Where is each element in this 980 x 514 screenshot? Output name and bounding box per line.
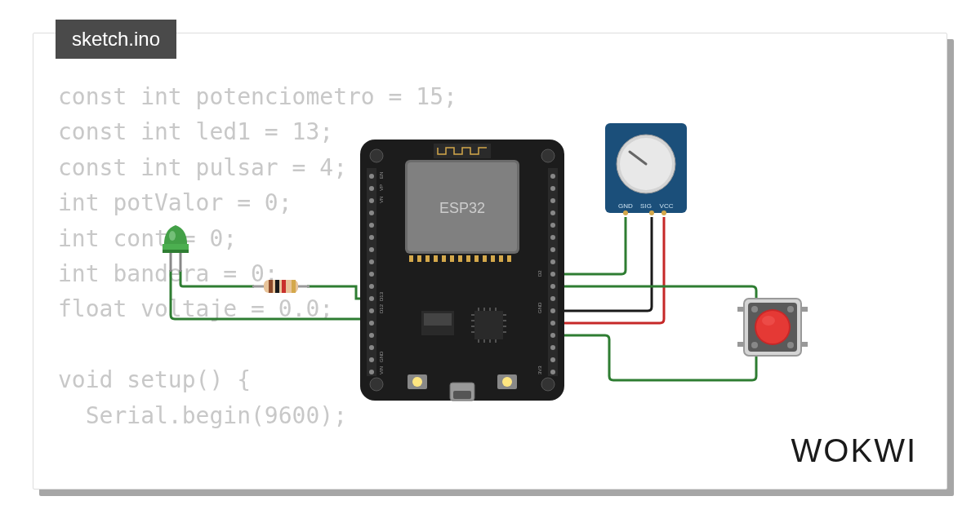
wire-pot-gnd [555,217,652,311]
wire-button-top [555,286,756,301]
svg-point-24 [550,174,555,179]
svg-point-113 [649,210,654,215]
svg-point-34 [550,296,555,301]
svg-rect-115 [744,299,801,356]
wire-button-bottom [555,335,756,380]
svg-text:3V3: 3V3 [537,366,542,374]
svg-point-112 [623,210,628,215]
svg-point-40 [550,370,555,374]
potentiometer-icon: GND SIG VCC [605,123,687,215]
svg-point-27 [550,210,555,215]
svg-rect-50 [458,255,462,262]
svg-rect-6 [548,168,558,376]
svg-rect-124 [737,307,744,312]
pins-right [548,168,558,376]
svg-point-120 [787,342,794,348]
svg-point-91 [502,377,512,387]
svg-point-119 [751,342,758,348]
svg-point-26 [550,198,555,203]
svg-text:D2: D2 [537,270,542,277]
svg-point-33 [550,284,555,289]
svg-point-4 [541,378,555,391]
svg-rect-53 [483,255,487,262]
svg-rect-125 [737,342,744,347]
svg-point-38 [550,345,555,350]
svg-rect-54 [491,255,495,262]
svg-point-30 [550,247,555,252]
svg-point-117 [751,306,758,312]
svg-rect-51 [466,255,470,262]
wire-pot-vcc [555,217,626,274]
svg-line-108 [630,152,646,164]
svg-text:GND: GND [618,202,633,210]
svg-point-123 [762,316,775,326]
svg-rect-116 [748,303,797,352]
wokwi-logo: WOKWI [791,432,917,469]
svg-point-31 [550,259,555,264]
svg-rect-127 [801,342,808,347]
svg-rect-105 [605,123,687,213]
svg-point-25 [550,186,555,191]
svg-text:GND: GND [537,302,542,313]
svg-point-118 [787,306,794,312]
wire-pot-sig [555,217,664,323]
svg-rect-52 [474,255,479,262]
filename-tab[interactable]: sketch.ino [56,20,176,59]
svg-point-2 [541,149,555,162]
svg-point-122 [756,311,789,343]
svg-point-114 [662,210,666,215]
svg-point-28 [550,223,555,228]
svg-point-106 [617,135,675,193]
svg-point-39 [550,357,555,362]
svg-rect-69 [474,311,503,339]
svg-text:VCC: VCC [660,202,674,210]
svg-point-35 [550,308,555,313]
svg-point-121 [755,309,791,345]
svg-point-29 [550,235,555,240]
svg-point-107 [620,138,672,190]
svg-text:SIG: SIG [640,202,652,210]
svg-point-36 [550,321,555,326]
svg-point-37 [550,333,555,338]
svg-rect-126 [801,307,808,312]
code-preview: const int potenciometro = 15; const int … [58,79,457,433]
push-button-icon [737,299,808,356]
project-card: const int potenciometro = 15; const int … [33,33,947,490]
svg-rect-90 [497,374,517,389]
svg-point-32 [550,272,555,277]
svg-rect-56 [507,255,511,262]
svg-rect-55 [499,255,503,262]
